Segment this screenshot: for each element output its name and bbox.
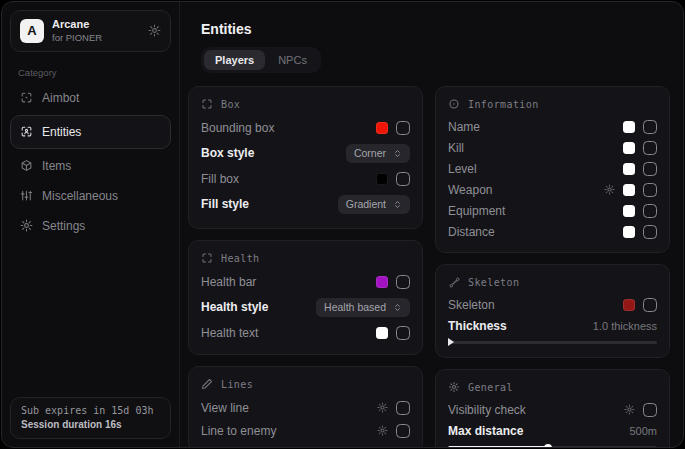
row-settings-gear-icon[interactable]: [377, 425, 388, 436]
box-card: Box Bounding box Box style Corner: [188, 86, 423, 229]
color-swatch[interactable]: [623, 121, 635, 133]
setting-label: Health bar: [201, 275, 256, 289]
slider-track: [448, 341, 657, 344]
card-title: Information: [468, 99, 539, 110]
sidebar-item-label: Entities: [42, 125, 81, 139]
row-settings-gear-icon[interactable]: [624, 404, 635, 415]
health-card: Health Health bar Health style Health ba…: [188, 240, 423, 355]
sidebar-spacer: [10, 241, 171, 397]
sidebar-item-items[interactable]: Items: [10, 151, 171, 181]
slider-fill: [448, 446, 548, 448]
tab-players[interactable]: Players: [204, 50, 265, 70]
color-swatch[interactable]: [376, 122, 388, 134]
scan-brackets-icon: [201, 252, 213, 264]
card-title: Health: [221, 253, 260, 264]
thickness-slider[interactable]: [448, 337, 657, 347]
max-distance-slider[interactable]: [448, 442, 657, 448]
sidebar-item-aimbot[interactable]: Aimbot: [10, 83, 171, 113]
setting-label: Fill box: [201, 172, 239, 186]
setting-label: Health text: [201, 326, 258, 340]
subscription-card: Sub expires in 15d 03h Session duration …: [10, 397, 171, 439]
brand-settings-icon[interactable]: [148, 24, 161, 37]
checkbox[interactable]: [643, 204, 657, 218]
checkbox[interactable]: [643, 162, 657, 176]
dropdown-value: Corner: [354, 147, 386, 159]
checkbox[interactable]: [396, 121, 410, 135]
sidebar-item-settings[interactable]: Settings: [10, 211, 171, 241]
checkbox[interactable]: [643, 403, 657, 417]
sidebar-item-miscellaneous[interactable]: Miscellaneous: [10, 181, 171, 211]
sliders-icon: [20, 189, 33, 202]
checkbox[interactable]: [396, 172, 410, 186]
sidebar-item-label: Miscellaneous: [42, 189, 118, 203]
slider-handle[interactable]: [544, 444, 552, 449]
color-swatch[interactable]: [623, 163, 635, 175]
checkbox[interactable]: [643, 183, 657, 197]
unfold-icon: [393, 303, 402, 312]
unfold-icon: [393, 149, 402, 158]
fill-style-dropdown[interactable]: Gradient: [338, 195, 410, 214]
setting-row-distance: Distance: [448, 221, 657, 242]
checkbox[interactable]: [396, 326, 410, 340]
box-style-dropdown[interactable]: Corner: [346, 144, 410, 163]
slider-track: [448, 446, 657, 448]
setting-row-fill-style: Fill style Gradient: [201, 190, 410, 218]
setting-label: Skeleton: [448, 298, 495, 312]
dropdown-value: Gradient: [346, 198, 386, 210]
scan-brackets-icon: [201, 98, 213, 110]
thickness-value: 1.0 thickness: [593, 320, 657, 332]
brand-logo-letter: A: [27, 23, 36, 38]
right-column: Information Name Kill: [435, 86, 670, 448]
tab-npcs[interactable]: NPCs: [267, 50, 318, 70]
card-title: General: [468, 382, 513, 393]
color-swatch[interactable]: [623, 184, 635, 196]
color-swatch[interactable]: [376, 327, 388, 339]
card-title: Skeleton: [468, 277, 519, 288]
cube-icon: [20, 159, 33, 172]
setting-row-max-distance: Max distance 500m: [448, 420, 657, 441]
setting-row-weapon: Weapon: [448, 179, 657, 200]
sidebar-item-entities[interactable]: Entities: [10, 115, 171, 149]
color-swatch[interactable]: [376, 276, 388, 288]
row-settings-gear-icon[interactable]: [377, 402, 388, 413]
health-card-header: Health: [201, 252, 410, 264]
checkbox[interactable]: [643, 298, 657, 312]
setting-label: View line: [201, 401, 249, 415]
checkbox[interactable]: [396, 401, 410, 415]
health-style-dropdown[interactable]: Health based: [316, 298, 410, 317]
gear-icon: [20, 219, 33, 232]
color-swatch[interactable]: [376, 173, 388, 185]
setting-row-bounding-box: Bounding box: [201, 116, 410, 139]
setting-label: Bounding box: [201, 121, 274, 135]
setting-row-view-line: View line: [201, 396, 410, 419]
general-gear-icon: [448, 381, 460, 393]
color-swatch[interactable]: [623, 205, 635, 217]
checkbox[interactable]: [643, 225, 657, 239]
card-title: Lines: [221, 379, 253, 390]
checkbox[interactable]: [643, 141, 657, 155]
setting-label: Line to enemy: [201, 424, 276, 438]
skeleton-card: Skeleton Skeleton Thickness 1.0 thicknes…: [435, 264, 670, 358]
sidebar-item-label: Aimbot: [42, 91, 79, 105]
setting-label: Box style: [201, 146, 254, 160]
row-settings-gear-icon[interactable]: [604, 184, 615, 195]
setting-row-fill-box: Fill box: [201, 167, 410, 190]
color-swatch[interactable]: [623, 299, 635, 311]
lines-card: Lines View line Line to enemy: [188, 366, 423, 448]
checkbox[interactable]: [396, 275, 410, 289]
slider-handle[interactable]: [448, 338, 454, 346]
checkbox[interactable]: [643, 120, 657, 134]
entities-scan-icon: [20, 125, 33, 138]
color-swatch[interactable]: [623, 226, 635, 238]
brand-card: A Arcane for PIONER: [10, 10, 171, 52]
session-duration-text: Session duration 16s: [21, 419, 160, 430]
setting-label: Fill style: [201, 197, 249, 211]
color-swatch[interactable]: [623, 142, 635, 154]
setting-label: Equipment: [448, 204, 505, 218]
setting-label: Level: [448, 162, 477, 176]
setting-row-visibility-check: Visibility check: [448, 399, 657, 420]
setting-row-level: Level: [448, 158, 657, 179]
setting-row-box-style: Box style Corner: [201, 139, 410, 167]
checkbox[interactable]: [396, 424, 410, 438]
setting-row-equipment: Equipment: [448, 200, 657, 221]
